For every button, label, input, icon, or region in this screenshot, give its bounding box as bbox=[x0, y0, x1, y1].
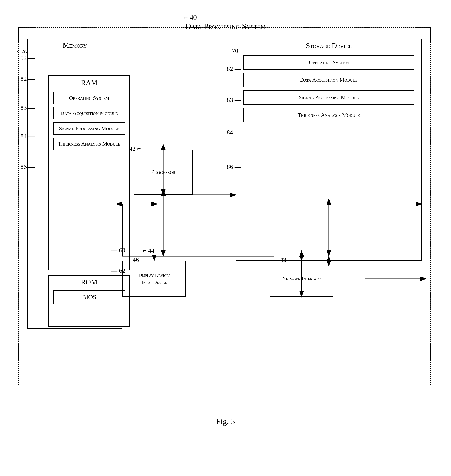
fig-label: Fig. 3 bbox=[216, 417, 235, 426]
ref-84-ram: 84 — bbox=[20, 133, 35, 140]
ram-label: RAM bbox=[49, 76, 129, 89]
ram-signal-proc-box: Signal Processing Module bbox=[53, 122, 125, 135]
storage-os-box: Operating System bbox=[243, 55, 414, 70]
rom-label: ROM bbox=[49, 276, 129, 289]
ref-42: 42 ⌐ bbox=[129, 145, 141, 152]
storage-signal-proc-label: Signal Processing Module bbox=[299, 94, 359, 100]
memory-label: Memory bbox=[28, 39, 122, 51]
ref-83-storage: 83 — bbox=[227, 96, 241, 104]
storage-thickness-box: Thickness Analysis Module bbox=[243, 108, 414, 122]
ref-40-bracket: ⌐ 40 bbox=[184, 13, 197, 22]
bios-label: BIOS bbox=[82, 294, 96, 301]
ref-82-storage: 82 — bbox=[227, 65, 241, 73]
ref-86-storage: 86 — bbox=[227, 163, 241, 170]
ref-83-ram: 83 — bbox=[20, 104, 35, 111]
storage-label: Storage Device bbox=[237, 39, 421, 52]
rom-box: ROM BIOS bbox=[48, 275, 130, 327]
network-box: Network Interface bbox=[270, 261, 333, 297]
ref-50: ⌐ 50 bbox=[17, 47, 29, 54]
ref-86-ram: 86 — bbox=[20, 163, 35, 170]
storage-data-acq-box: Data Acquisition Module bbox=[243, 73, 414, 87]
ref-44: ⌐ 44 bbox=[143, 247, 154, 254]
ram-thickness-box: Thickness Analysis Module bbox=[53, 138, 125, 150]
processor-label: Processor bbox=[151, 169, 175, 176]
storage-os-label: Operating System bbox=[309, 59, 349, 65]
storage-data-acq-label: Data Acquisition Module bbox=[300, 77, 357, 83]
ram-signal-proc-label: Signal Processing Module bbox=[59, 125, 119, 131]
ref-48: ⌐ 48 bbox=[275, 256, 286, 263]
diagram-container: ⌐ 40 Data Processing System Memory RAM O… bbox=[14, 9, 437, 440]
storage-thickness-label: Thickness Analysis Module bbox=[298, 112, 360, 118]
ref-52: 52 — bbox=[20, 54, 35, 62]
storage-box: Storage Device Operating System Data Acq… bbox=[236, 38, 422, 261]
main-system-label: Data Processing System bbox=[185, 22, 265, 31]
ram-thickness-label: Thickness Analysis Module bbox=[58, 141, 120, 147]
bios-box: BIOS bbox=[53, 290, 125, 304]
ref-62: — 62 bbox=[111, 267, 125, 274]
ref-60: — 60 bbox=[111, 247, 125, 254]
ref-84-storage: 84 — bbox=[227, 129, 241, 136]
ram-data-acq-box: Data Acquisition Module bbox=[53, 107, 125, 119]
ref-82-ram: 82 — bbox=[20, 75, 35, 82]
display-label: Display Device/Input Device bbox=[138, 272, 170, 286]
ref-46: ⌐ 46 bbox=[127, 256, 139, 263]
network-label: Network Interface bbox=[282, 275, 321, 282]
ram-data-acq-label: Data Acquisition Module bbox=[60, 110, 118, 116]
ref-70: ⌐ 70 bbox=[227, 47, 238, 54]
ram-os-box: Operating System bbox=[53, 92, 125, 104]
display-box: Display Device/Input Device bbox=[122, 261, 186, 297]
ram-os-label: Operating System bbox=[69, 95, 109, 101]
memory-box: Memory RAM Operating System Data Acquisi… bbox=[27, 38, 122, 329]
processor-box: Processor bbox=[134, 150, 193, 195]
ram-box: RAM Operating System Data Acquisition Mo… bbox=[48, 75, 130, 270]
storage-signal-proc-box: Signal Processing Module bbox=[243, 90, 414, 105]
